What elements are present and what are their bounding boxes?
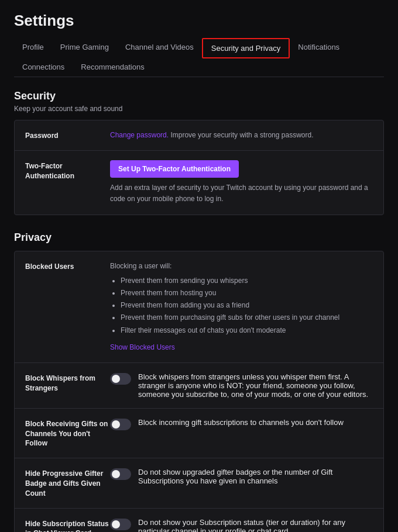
nav-notifications[interactable]: Notifications: [290, 38, 348, 58]
blocked-users-label: Blocked Users: [25, 261, 110, 272]
list-item: Prevent them from purchasing gift subs f…: [121, 312, 373, 323]
privacy-table: Blocked Users Blocking a user will: Prev…: [14, 251, 384, 532]
toggle-slider: [110, 468, 131, 480]
toggle-slider: [110, 419, 131, 430]
block-gifts-description: Block incoming gift subscriptions to cha…: [138, 418, 344, 427]
list-item: Filter their messages out of chats you d…: [121, 325, 373, 336]
security-subheading: Keep your account safe and sound: [14, 105, 384, 113]
hide-subscription-content: Do not show your Subscription status (ti…: [110, 518, 373, 532]
two-factor-content: Set Up Two-Factor Authentication Add an …: [110, 160, 373, 205]
password-label: Password: [25, 130, 110, 141]
nav-recommendations[interactable]: Recommendations: [73, 58, 152, 77]
block-gifts-toggle[interactable]: [110, 419, 131, 430]
nav-profile[interactable]: Profile: [14, 38, 52, 58]
nav-channel-videos[interactable]: Channel and Videos: [117, 38, 202, 58]
settings-page: Settings Profile Prime Gaming Channel an…: [0, 0, 398, 532]
toggle-slider: [110, 373, 131, 385]
hide-subscription-description: Do not show your Subscription status (ti…: [138, 518, 373, 532]
block-whispers-content: Block whispers from strangers unless you…: [110, 372, 373, 399]
nav-security-privacy[interactable]: Security and Privacy: [202, 38, 290, 58]
hide-subscription-label: Hide Subscription Status in Chat Viewer …: [25, 518, 110, 532]
security-section-header: Security Keep your account safe and soun…: [14, 90, 384, 113]
list-item: Prevent them from sending you whispers: [121, 275, 373, 286]
password-description: Improve your security with a strong pass…: [169, 131, 313, 139]
hide-gifter-badge-label: Hide Progressive Gifter Badge and Gifts …: [25, 468, 110, 498]
hide-gifter-badge-row: Hide Progressive Gifter Badge and Gifts …: [15, 458, 383, 508]
blocked-users-content: Blocking a user will: Prevent them from …: [110, 261, 373, 353]
page-title: Settings: [14, 12, 384, 30]
list-item: Prevent them from adding you as a friend: [121, 300, 373, 311]
block-whispers-label: Block Whispers from Strangers: [25, 372, 110, 393]
privacy-section-header: Privacy: [14, 232, 384, 244]
settings-nav: Profile Prime Gaming Channel and Videos …: [14, 38, 384, 77]
list-item: Prevent them from hosting you: [121, 288, 373, 299]
change-password-link[interactable]: Change password.: [110, 131, 169, 139]
block-whispers-description: Block whispers from strangers unless you…: [138, 372, 373, 399]
show-blocked-users-link[interactable]: Show Blocked Users: [110, 343, 175, 351]
security-heading: Security: [14, 90, 384, 102]
hide-gifter-badge-content: Do not show upgraded gifter badges or th…: [110, 468, 373, 485]
hide-subscription-row: Hide Subscription Status in Chat Viewer …: [15, 509, 383, 532]
password-content: Change password. Improve your security w…: [110, 130, 373, 141]
hide-gifter-badge-description: Do not show upgraded gifter badges or th…: [138, 468, 373, 485]
two-factor-row: Two-Factor Authentication Set Up Two-Fac…: [15, 151, 383, 214]
block-whispers-row: Block Whispers from Strangers Block whis…: [15, 363, 383, 409]
hide-subscription-toggle[interactable]: [110, 519, 131, 530]
blocked-users-list: Prevent them from sending you whispers P…: [110, 275, 373, 336]
block-gifts-label: Block Receiving Gifts on Channels You do…: [25, 418, 110, 448]
nav-connections[interactable]: Connections: [14, 58, 73, 77]
two-factor-label: Two-Factor Authentication: [25, 160, 110, 181]
hide-gifter-badge-toggle[interactable]: [110, 468, 131, 480]
password-row: Password Change password. Improve your s…: [15, 120, 383, 151]
privacy-heading: Privacy: [14, 232, 384, 244]
security-table: Password Change password. Improve your s…: [14, 120, 384, 215]
two-factor-description: Add an extra layer of security to your T…: [110, 182, 373, 205]
block-whispers-toggle[interactable]: [110, 373, 131, 385]
block-gifts-row: Block Receiving Gifts on Channels You do…: [15, 409, 383, 458]
block-gifts-content: Block incoming gift subscriptions to cha…: [110, 418, 373, 430]
setup-2fa-button[interactable]: Set Up Two-Factor Authentication: [110, 160, 239, 178]
toggle-slider: [110, 519, 131, 530]
nav-prime-gaming[interactable]: Prime Gaming: [52, 38, 117, 58]
blocked-users-intro: Blocking a user will:: [110, 261, 373, 272]
blocked-users-row: Blocked Users Blocking a user will: Prev…: [15, 251, 383, 363]
